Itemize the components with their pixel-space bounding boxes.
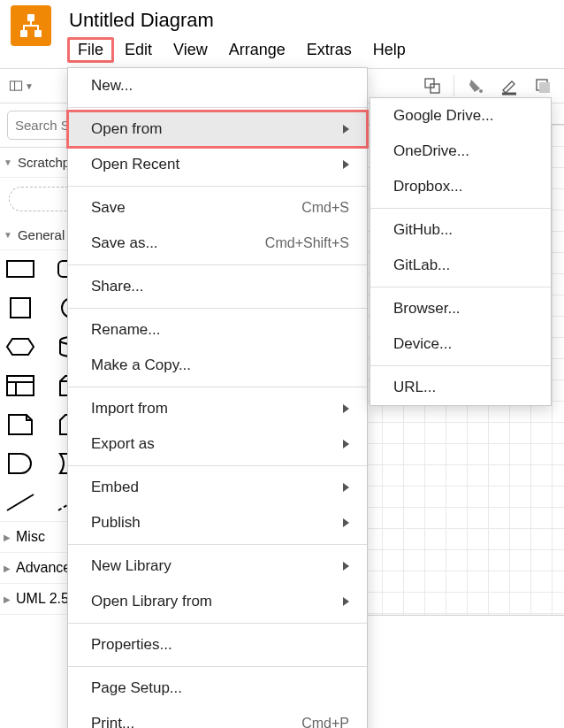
svg-rect-13 [11,298,30,318]
shape-note[interactable] [5,413,35,436]
svg-rect-5 [425,79,434,88]
shape-and[interactable] [5,452,35,475]
menu-extras[interactable]: Extras [296,37,362,63]
file-embed[interactable]: Embed [68,470,367,505]
open-from-dropbox[interactable]: Dropbox... [370,169,551,204]
file-print[interactable]: Print... Cmd+P [68,706,367,728]
section-general-label: General [18,227,65,242]
file-properties[interactable]: Properties... [68,627,367,663]
menu-file[interactable]: File [67,37,114,63]
svg-rect-0 [27,14,34,21]
file-save[interactable]: Save Cmd+S [68,190,367,226]
svg-rect-3 [10,81,21,90]
svg-rect-11 [7,261,34,277]
shape-table[interactable] [5,374,35,397]
doc-title[interactable]: Untitled Diagram [67,5,559,37]
svg-point-7 [479,89,483,93]
chevron-right-icon [343,483,349,492]
chevron-right-icon [343,440,349,448]
shape-hexagon[interactable] [5,335,35,358]
file-publish[interactable]: Publish [68,505,367,540]
svg-rect-17 [7,376,34,395]
shape-rect[interactable] [5,257,35,280]
menu-edit[interactable]: Edit [114,37,163,63]
file-rename[interactable]: Rename... [68,312,367,348]
file-open-recent[interactable]: Open Recent [68,147,367,182]
file-new-library[interactable]: New Library [68,548,367,584]
fill-color-icon[interactable] [463,73,488,98]
app-logo[interactable] [11,5,51,46]
chevron-right-icon [343,125,349,134]
file-new[interactable]: New... [68,68,367,103]
shape-square[interactable] [5,296,35,319]
chevron-right-icon [343,160,349,169]
open-from-device[interactable]: Device... [370,326,551,362]
line-color-icon[interactable] [497,73,522,98]
svg-marker-15 [7,339,34,355]
open-from-gdrive[interactable]: Google Drive... [370,98,551,134]
open-from-github[interactable]: GitHub... [370,212,551,248]
shape-line[interactable] [5,491,35,514]
chevron-right-icon [343,404,349,413]
menu-help[interactable]: Help [362,37,416,63]
chevron-right-icon [343,597,349,606]
menu-arrange[interactable]: Arrange [218,37,296,63]
file-open-from[interactable]: Open from [68,111,367,147]
svg-rect-2 [34,30,42,37]
file-export-as[interactable]: Export as [68,426,367,462]
menubar: File Edit View Arrange Extras Help [67,37,559,63]
open-from-gitlab[interactable]: GitLab... [370,248,551,283]
svg-rect-10 [539,82,550,93]
sidebar-toggle-icon[interactable]: ▼ [9,73,34,98]
svg-line-20 [7,494,34,510]
file-make-copy[interactable]: Make a Copy... [68,348,367,383]
menu-view[interactable]: View [163,37,218,63]
svg-rect-6 [431,84,439,93]
file-open-library[interactable]: Open Library from [68,584,367,619]
open-from-browser[interactable]: Browser... [370,291,551,326]
open-from-submenu: Google Drive... OneDrive... Dropbox... G… [370,97,552,406]
file-share[interactable]: Share... [68,269,367,304]
shadow-icon[interactable] [530,73,555,98]
svg-rect-1 [20,30,27,37]
file-page-setup[interactable]: Page Setup... [68,671,367,706]
to-front-icon[interactable] [420,73,445,98]
chevron-right-icon [343,562,349,571]
file-menu: New... Open from Open Recent Save Cmd+S … [67,67,368,728]
open-from-onedrive[interactable]: OneDrive... [370,134,551,169]
open-from-url[interactable]: URL... [370,370,551,405]
file-import-from[interactable]: Import from [68,391,367,426]
chevron-right-icon [343,518,349,527]
file-save-as[interactable]: Save as... Cmd+Shift+S [68,226,367,261]
